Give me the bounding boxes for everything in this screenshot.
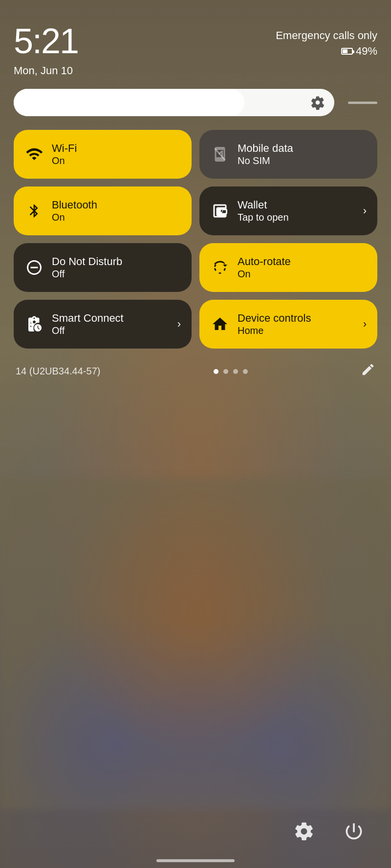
status-bar: 5:21 Emergency calls only 49% bbox=[14, 23, 377, 59]
dot-1 bbox=[214, 369, 218, 374]
wallet-subtitle: Tap to open bbox=[238, 211, 355, 223]
smart-connect-title: Smart Connect bbox=[52, 312, 170, 325]
status-right: Emergency calls only 49% bbox=[276, 23, 377, 58]
mobile-data-text: Mobile data No SIM bbox=[238, 142, 367, 166]
tile-mobile-data[interactable]: Mobile data No SIM bbox=[199, 130, 377, 179]
battery-percent: 49% bbox=[356, 45, 377, 58]
wallet-text: Wallet Tap to open bbox=[238, 199, 355, 223]
smart-connect-subtitle: Off bbox=[52, 325, 170, 336]
build-text: 14 (U2UB34.44-57) bbox=[16, 366, 100, 377]
device-controls-chevron: › bbox=[363, 318, 367, 331]
smart-connect-text: Smart Connect Off bbox=[52, 312, 170, 336]
footer-row: 14 (U2UB34.44-57) bbox=[14, 362, 377, 380]
mobile-data-subtitle: No SIM bbox=[238, 155, 367, 166]
edit-icon[interactable] bbox=[361, 362, 375, 380]
dot-3 bbox=[233, 369, 238, 374]
auto-rotate-text: Auto-rotate On bbox=[238, 255, 367, 280]
dot-4 bbox=[243, 369, 248, 374]
wifi-text: Wi-Fi On bbox=[52, 142, 181, 166]
battery-row: 49% bbox=[341, 45, 377, 58]
dnd-icon bbox=[24, 258, 44, 277]
device-controls-subtitle: Home bbox=[238, 325, 355, 336]
smart-connect-icon bbox=[24, 314, 44, 334]
dnd-text: Do Not Disturb Off bbox=[52, 255, 181, 280]
quick-tiles: Wi-Fi On Mobile data No SIM bbox=[14, 130, 377, 349]
wifi-icon bbox=[24, 145, 44, 164]
wifi-subtitle: On bbox=[52, 155, 181, 166]
tile-smart-connect[interactable]: Smart Connect Off › bbox=[14, 300, 192, 349]
page-dots bbox=[214, 369, 248, 374]
mobile-data-title: Mobile data bbox=[238, 142, 367, 155]
power-button[interactable] bbox=[341, 819, 367, 844]
tile-wifi[interactable]: Wi-Fi On bbox=[14, 130, 192, 179]
date-display: Mon, Jun 10 bbox=[14, 64, 377, 77]
smart-connect-chevron: › bbox=[177, 318, 181, 331]
clock: 5:21 bbox=[14, 23, 78, 59]
auto-rotate-icon bbox=[210, 258, 230, 277]
auto-rotate-subtitle: On bbox=[238, 268, 367, 280]
tile-wallet[interactable]: Wallet Tap to open › bbox=[199, 186, 377, 235]
dnd-subtitle: Off bbox=[52, 268, 181, 280]
brightness-line bbox=[348, 102, 377, 104]
brightness-fill bbox=[14, 89, 244, 116]
dot-2 bbox=[223, 369, 228, 374]
brightness-slider[interactable] bbox=[14, 89, 334, 116]
wallet-icon bbox=[210, 201, 230, 221]
device-controls-text: Device controls Home bbox=[238, 312, 355, 336]
tile-dnd[interactable]: Do Not Disturb Off bbox=[14, 243, 192, 292]
device-controls-title: Device controls bbox=[238, 312, 355, 325]
auto-rotate-title: Auto-rotate bbox=[238, 255, 367, 268]
brightness-icon bbox=[310, 95, 326, 110]
settings-button[interactable] bbox=[291, 819, 317, 844]
bluetooth-text: Bluetooth On bbox=[52, 199, 181, 223]
bluetooth-title: Bluetooth bbox=[52, 199, 181, 211]
tile-auto-rotate[interactable]: Auto-rotate On bbox=[199, 243, 377, 292]
home-indicator bbox=[156, 859, 235, 862]
wallet-title: Wallet bbox=[238, 199, 355, 211]
bluetooth-icon bbox=[24, 201, 44, 221]
dnd-title: Do Not Disturb bbox=[52, 255, 181, 268]
brightness-row bbox=[14, 89, 377, 116]
wallpaper-blur bbox=[0, 478, 391, 809]
tile-bluetooth[interactable]: Bluetooth On bbox=[14, 186, 192, 235]
wifi-title: Wi-Fi bbox=[52, 142, 181, 155]
tile-device-controls[interactable]: Device controls Home › bbox=[199, 300, 377, 349]
bluetooth-subtitle: On bbox=[52, 211, 181, 223]
emergency-text: Emergency calls only bbox=[276, 29, 377, 42]
device-controls-icon bbox=[210, 314, 230, 334]
mobile-data-icon bbox=[210, 145, 230, 164]
battery-icon bbox=[341, 48, 353, 55]
wallet-chevron: › bbox=[363, 205, 367, 217]
